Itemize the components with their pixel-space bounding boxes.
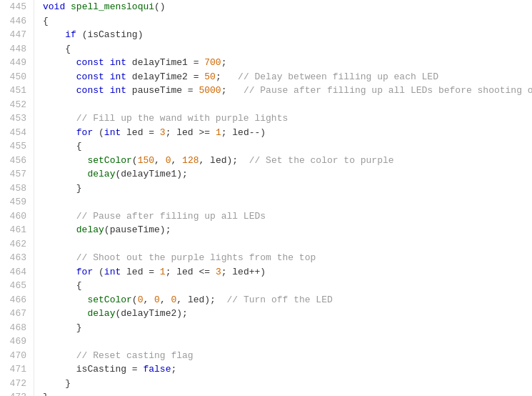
num-token: 1 — [160, 267, 166, 277]
line-number: 457 — [6, 167, 26, 182]
code-line: for (int led = 1; led <= 3; led++) — [43, 265, 532, 279]
plain-token: ( — [93, 127, 104, 138]
cm-token: // Delay between filling up each LED — [238, 71, 438, 82]
line-number: 449 — [6, 56, 26, 70]
plain-token: ; — [171, 364, 176, 375]
kw-token: if — [65, 29, 76, 40]
plain-token: } — [43, 322, 82, 333]
code-line: delay(delayTime2); — [43, 307, 532, 321]
plain-token — [104, 57, 110, 68]
plain-token: ; led >= — [166, 127, 216, 138]
code-line: // Reset casting flag — [43, 349, 532, 363]
kw-token: int — [110, 71, 126, 82]
fn-token: setColor — [87, 294, 131, 305]
plain-token — [43, 155, 87, 166]
line-number: 462 — [6, 237, 26, 252]
plain-token: , — [171, 155, 182, 166]
line-number: 447 — [6, 28, 26, 42]
kw-token: const — [76, 57, 104, 68]
plain-token: , — [143, 294, 154, 305]
line-number: 451 — [6, 84, 26, 98]
plain-token: (isCasting) — [76, 29, 144, 40]
plain-token: { — [43, 141, 82, 152]
line-number: 454 — [6, 126, 26, 140]
fn-token: delay — [76, 224, 104, 235]
plain-token: { — [43, 44, 71, 54]
plain-token — [43, 224, 76, 235]
plain-token — [43, 29, 65, 40]
plain-token: , led); — [199, 155, 249, 166]
line-numbers: 4454464474484494504514524534544554564574… — [0, 0, 34, 396]
cm-token: // Reset casting flag — [76, 350, 194, 361]
cm-token: // Fill up the wand with purple lights — [76, 113, 288, 124]
plain-token: delayTime1 = — [126, 57, 204, 68]
fn-token: spell_mensloqui — [71, 1, 154, 12]
code-line: setColor(0, 0, 0, led); // Turn off the … — [43, 293, 532, 307]
line-number: 473 — [6, 390, 26, 396]
kw-token: false — [143, 364, 171, 375]
line-number: 465 — [6, 279, 26, 293]
line-number: 470 — [6, 349, 26, 363]
line-number: 448 — [6, 42, 26, 56]
kw-token: int — [110, 85, 126, 96]
plain-token — [43, 169, 87, 179]
num-token: 128 — [182, 155, 199, 166]
code-line: // Shoot out the purple lights from the … — [43, 251, 532, 265]
plain-token: led = — [121, 127, 160, 138]
num-token: 5000 — [199, 85, 221, 96]
code-line — [43, 195, 532, 209]
plain-token: } — [43, 183, 82, 194]
code-line — [43, 237, 532, 252]
line-number: 453 — [6, 112, 26, 126]
plain-token — [43, 308, 87, 319]
num-token: 700 — [204, 57, 221, 68]
code-line: } — [43, 182, 532, 196]
line-number: 450 — [6, 70, 26, 84]
code-line: const int delayTime1 = 700; — [43, 56, 532, 70]
plain-token: (delayTime1); — [115, 169, 187, 179]
plain-token — [43, 113, 76, 124]
plain-token — [104, 85, 110, 96]
line-number: 446 — [6, 14, 26, 29]
kw-token: const — [76, 71, 104, 82]
code-line: setColor(150, 0, 128, led); // Set the c… — [43, 154, 532, 168]
plain-token — [43, 350, 76, 361]
code-line: { — [43, 139, 532, 154]
code-line: { — [43, 42, 532, 56]
plain-token: delayTime2 = — [126, 71, 204, 82]
cm-token: // Shoot out the purple lights from the … — [76, 252, 316, 263]
plain-token — [43, 294, 87, 305]
line-number: 468 — [6, 321, 26, 335]
code-line: const int delayTime2 = 50; // Delay betw… — [43, 70, 532, 84]
line-number: 471 — [6, 362, 26, 377]
plain-token — [43, 127, 76, 138]
plain-token — [65, 1, 71, 12]
code-line: { — [43, 279, 532, 293]
line-number: 463 — [6, 251, 26, 265]
code-line — [43, 335, 532, 349]
plain-token: , — [160, 294, 171, 305]
plain-token — [43, 252, 76, 263]
plain-token: ( — [93, 267, 104, 277]
fn-token: delay — [87, 169, 115, 179]
plain-token — [104, 71, 110, 82]
num-token: 1 — [216, 127, 221, 138]
cm-token: // Set the color to purple — [249, 155, 394, 166]
kw-token: for — [76, 127, 93, 138]
cm-token: // Pause after filling up all LEDs — [76, 211, 266, 222]
line-number: 455 — [6, 139, 26, 154]
line-number: 466 — [6, 293, 26, 307]
plain-token — [43, 211, 76, 222]
code-line: } — [43, 377, 532, 391]
plain-token: { — [43, 16, 49, 26]
plain-token: (delayTime2); — [115, 308, 187, 319]
plain-token: ( — [132, 294, 138, 305]
code-line: } — [43, 321, 532, 335]
kw-token: int — [104, 127, 121, 138]
num-token: 3 — [160, 127, 166, 138]
plain-token: ; — [221, 57, 227, 68]
plain-token: ; — [221, 85, 244, 96]
fn-token: setColor — [87, 155, 131, 166]
plain-token: { — [43, 280, 82, 291]
plain-token: ; led--) — [221, 127, 266, 138]
